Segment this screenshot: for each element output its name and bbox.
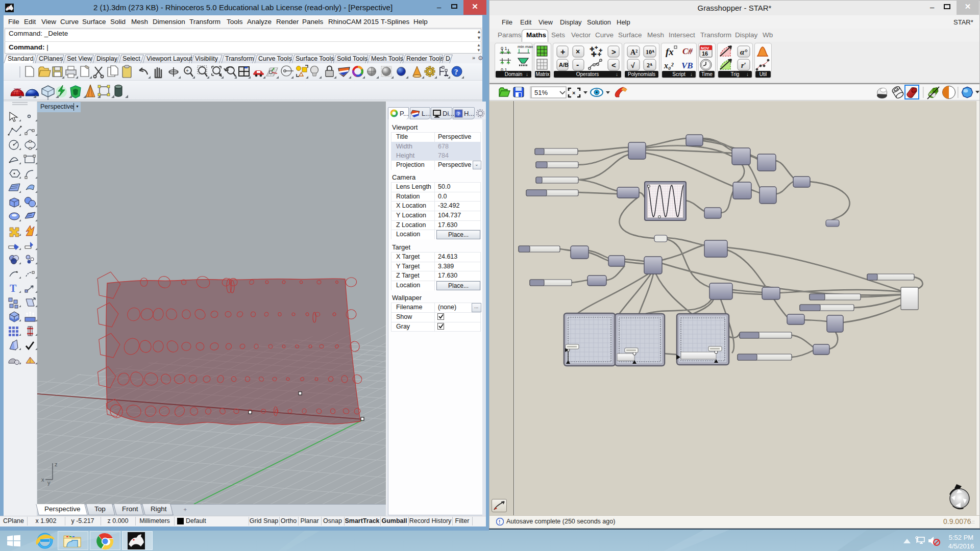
svg-text:✚: ✚ xyxy=(591,51,597,58)
svg-text:α°: α° xyxy=(740,48,747,56)
svg-text:!: ! xyxy=(499,519,500,525)
svg-text:fx: fx xyxy=(666,46,674,57)
svg-text:-: - xyxy=(576,60,579,69)
svg-text:y: y xyxy=(47,480,51,486)
svg-text:<: < xyxy=(611,61,616,69)
svg-text:T: T xyxy=(10,283,17,294)
svg-text:L...: L... xyxy=(422,110,431,117)
svg-text:10ᴬ: 10ᴬ xyxy=(646,48,655,56)
svg-text:16: 16 xyxy=(702,51,708,57)
svg-text:?: ? xyxy=(457,111,460,116)
svg-text:+: + xyxy=(560,47,565,56)
svg-text:×: × xyxy=(572,90,575,96)
svg-text:×: × xyxy=(576,47,580,56)
svg-text:>: > xyxy=(611,47,616,56)
svg-text:51%: 51% xyxy=(534,89,548,96)
svg-text:√: √ xyxy=(631,61,635,69)
svg-text:z: z xyxy=(55,461,58,467)
svg-text:✚: ✚ xyxy=(595,45,598,50)
svg-text:x₀²: x₀² xyxy=(664,61,674,70)
svg-text:A²: A² xyxy=(630,48,638,56)
svg-text:x: x xyxy=(41,477,44,483)
svg-text:+: + xyxy=(186,68,189,73)
svg-text:2ᴬ: 2ᴬ xyxy=(647,62,653,69)
svg-text:A/B: A/B xyxy=(559,62,569,68)
svg-text:VB: VB xyxy=(681,61,693,70)
svg-text:C#: C# xyxy=(682,46,693,56)
svg-text:H...: H... xyxy=(464,110,474,117)
svg-text:Di...: Di... xyxy=(443,110,454,117)
svg-text:r′: r′ xyxy=(741,62,746,69)
svg-text:?: ? xyxy=(454,68,458,76)
svg-text:min max: min max xyxy=(518,44,533,49)
svg-text:NOV: NOV xyxy=(701,46,709,51)
svg-text:0 1: 0 1 xyxy=(501,46,507,51)
svg-text:✚: ✚ xyxy=(597,52,601,57)
svg-text:0 1: 0 1 xyxy=(501,67,507,72)
svg-text:P...: P... xyxy=(400,110,409,117)
